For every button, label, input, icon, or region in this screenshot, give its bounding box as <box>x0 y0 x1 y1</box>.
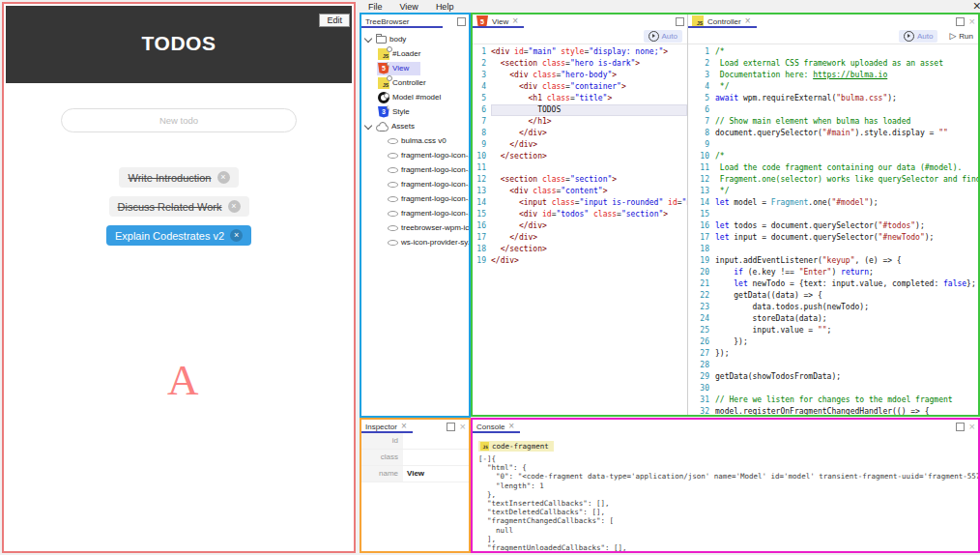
tree-item-style[interactable]: 3Style <box>361 104 469 119</box>
inspector-field-value[interactable] <box>403 433 469 449</box>
asset-icon <box>388 138 398 144</box>
close-panel-icon[interactable]: × <box>460 424 466 430</box>
menu-item-view[interactable]: View <box>400 2 418 12</box>
delete-todo-icon[interactable]: × <box>230 229 243 242</box>
tree-item-label: #Loader <box>392 49 420 58</box>
window-close-icon[interactable]: × <box>973 0 980 14</box>
code-line: 11 Load the code fragment containing our… <box>688 162 978 174</box>
line-number: 32 <box>688 406 715 415</box>
controller-editor-tab[interactable]: JS Controller × <box>688 15 757 28</box>
maximize-icon[interactable] <box>447 423 455 431</box>
chevron-down-icon[interactable] <box>364 121 372 129</box>
tree-item-body[interactable]: body <box>361 32 469 46</box>
view-editor-tab[interactable]: 5 View × <box>473 15 524 28</box>
tree-item-controller[interactable]: JSController <box>361 75 469 90</box>
tree-item-label: body <box>389 35 406 44</box>
delete-todo-icon[interactable]: × <box>228 200 241 213</box>
line-number: 30 <box>688 383 715 394</box>
tree-item-ws-icon-provider-sy[interactable]: ws-icon-provider-sy... <box>361 235 469 249</box>
inspector-field-value[interactable]: View <box>403 466 469 482</box>
tree-item-fragment-logo-icon[interactable]: fragment-logo-icon-... <box>361 177 469 191</box>
run-icon: ▷ <box>949 32 956 41</box>
todo-item[interactable]: Write Introduction× <box>119 167 238 188</box>
menu-item-file[interactable]: File <box>368 2 383 12</box>
code-line: 27}); <box>688 348 978 360</box>
inspector-tab-label: Inspector <box>365 423 397 431</box>
line-number: 1 <box>473 46 491 58</box>
line-number: 19 <box>473 255 491 267</box>
line-number: 3 <box>688 70 715 81</box>
line-number: 2 <box>473 58 491 70</box>
new-todo-input[interactable] <box>61 108 297 132</box>
line-number: 18 <box>473 244 491 255</box>
view-editor-toolbar: Auto <box>473 28 687 44</box>
model-icon <box>378 92 389 103</box>
chevron-down-icon[interactable] <box>364 34 372 42</box>
line-number: 5 <box>688 93 715 104</box>
cloud-icon <box>376 125 389 131</box>
tree-item-bulma-css-v0[interactable]: bulma.css v0 <box>361 133 469 148</box>
code-line: 12 Fragment.one(selector) works like que… <box>688 174 978 186</box>
controller-tab-label: Controller <box>707 17 741 26</box>
tree-item-loader[interactable]: JS#Loader <box>361 46 469 61</box>
tree-item-assets[interactable]: Assets <box>361 119 469 133</box>
inspector-tab[interactable]: Inspector × <box>361 420 413 433</box>
console-line: "fragmentChangedCallbacks": [ <box>478 516 978 525</box>
close-tab-icon[interactable]: × <box>745 17 751 25</box>
code-line: 11 <box>473 162 687 174</box>
maximize-icon[interactable] <box>956 17 965 26</box>
console-source-badge[interactable]: JS code-fragment <box>478 441 554 452</box>
inspector-row-name: nameView <box>361 466 469 482</box>
treebrowser-header: TreeBrowser <box>361 15 469 28</box>
console-line: null <box>478 526 978 535</box>
tree-item-view[interactable]: 5View <box>361 61 469 75</box>
close-panel-icon[interactable]: × <box>969 424 975 430</box>
folder-icon <box>376 36 387 44</box>
edit-button[interactable]: Edit <box>319 14 350 27</box>
tree-item-fragment-logo-icon[interactable]: fragment-logo-icon-... <box>361 148 469 162</box>
menu-item-help[interactable]: Help <box>436 2 454 12</box>
auto-run-button[interactable]: Auto <box>899 30 937 43</box>
todo-item[interactable]: Discuss Related Work× <box>109 196 249 217</box>
code-line: 2 <section class="hero is-dark"> <box>473 58 687 70</box>
code-line: 19input.addEventListener("keyup", (e) =>… <box>688 255 978 267</box>
tree-item-fragment-logo-icon[interactable]: fragment-logo-icon-... <box>361 162 469 177</box>
todo-item[interactable]: Explain Codestrates v2× <box>106 225 251 246</box>
run-button[interactable]: ▷ Run <box>949 32 973 41</box>
maximize-icon[interactable] <box>457 17 466 26</box>
view-code-area[interactable]: 1<div id="main" style="display: none;">2… <box>473 44 687 415</box>
close-panel-icon[interactable]: × <box>969 18 975 25</box>
close-tab-icon[interactable]: × <box>401 423 407 430</box>
inspector-field-label: name <box>361 466 403 482</box>
maximize-icon[interactable] <box>956 423 965 431</box>
maximize-icon[interactable] <box>676 17 684 26</box>
code-line: 31// Here we listen for changes to the m… <box>688 394 978 406</box>
close-tab-icon[interactable]: × <box>508 423 514 430</box>
tree-item-fragment-logo-icon[interactable]: fragment-logo-icon-... <box>361 191 469 206</box>
html-icon: 5 <box>476 15 488 27</box>
tree-item-model-model[interactable]: Model #model <box>361 90 469 104</box>
delete-todo-icon[interactable]: × <box>217 171 230 184</box>
auto-run-button[interactable]: Auto <box>644 30 682 43</box>
controller-code-area[interactable]: 1/*2 Load external CSS framework uploade… <box>688 44 978 415</box>
line-number: 12 <box>688 174 715 186</box>
line-number: 20 <box>688 267 715 278</box>
inspector-field-value[interactable] <box>403 450 469 465</box>
console-tab[interactable]: Console × <box>473 420 520 433</box>
line-number: 10 <box>473 151 491 162</box>
tree-item-treebrowser-wpm-ic[interactable]: treebrowser-wpm-ic... <box>361 220 469 235</box>
treebrowser-tab[interactable]: TreeBrowser <box>361 15 443 28</box>
code-line: 17let input = document.querySelector("#n… <box>688 232 978 244</box>
code-line: 28 <box>688 360 978 371</box>
code-line: 16let todos = document.querySelector("#t… <box>688 220 978 232</box>
tree-item-fragment-logo-icon[interactable]: fragment-logo-icon-... <box>361 206 469 220</box>
line-number: 27 <box>688 348 715 360</box>
line-number: 10 <box>688 151 715 162</box>
close-tab-icon[interactable]: × <box>512 17 518 25</box>
code-line: 8document.querySelector("#main").style.d… <box>688 128 978 139</box>
code-line: 14let model = Fragment.one("#model"); <box>688 197 978 209</box>
code-line: 25 input.value = ""; <box>688 325 978 336</box>
menu-items: FileViewHelp <box>368 2 453 12</box>
code-line: 15 <box>688 209 978 220</box>
line-number: 7 <box>473 116 491 128</box>
